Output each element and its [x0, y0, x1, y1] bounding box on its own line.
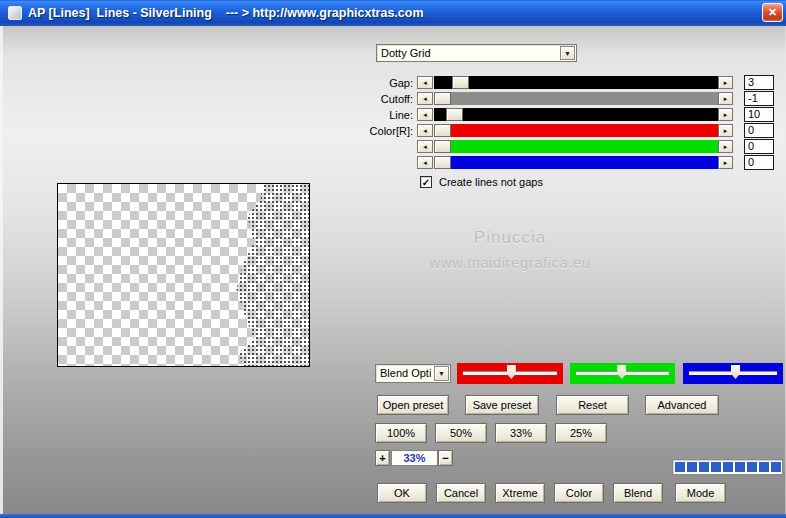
blend-channel-slider-blue[interactable]	[683, 363, 783, 384]
slider-value-input[interactable]: 0	[744, 155, 774, 170]
slider-decrement-button[interactable]: ◄	[417, 156, 433, 169]
progress-segment	[711, 462, 721, 472]
watermark-name: Pinuccia	[395, 228, 625, 248]
slider-label: Cutoff:	[355, 93, 413, 105]
zoom-50-button[interactable]: 50%	[435, 423, 487, 443]
slider-row-color-green: ◄ ► 0	[0, 140, 786, 155]
progress-segment	[771, 462, 781, 472]
right-arrow-icon: ►	[723, 96, 729, 102]
left-arrow-icon: ◄	[422, 128, 428, 134]
progress-segment	[675, 462, 685, 472]
watermark-url: www.maidiregrafica.eu	[395, 254, 625, 271]
xtreme-button[interactable]: Xtreme	[495, 483, 545, 503]
progress-segment	[759, 462, 769, 472]
slider-thumb[interactable]	[452, 76, 469, 89]
zoom-in-button[interactable]: +	[375, 450, 390, 466]
slider-value-input[interactable]: 0	[744, 123, 774, 138]
slider-track[interactable]	[434, 92, 718, 105]
slider-thumb[interactable]	[446, 108, 463, 121]
cancel-button[interactable]: Cancel	[436, 483, 486, 503]
slider-increment-button[interactable]: ►	[718, 76, 733, 89]
progress-segment	[735, 462, 745, 472]
progress-segment	[687, 462, 697, 472]
slider-increment-button[interactable]: ►	[718, 108, 733, 121]
slider-row-line: Line: ◄ ► 10	[0, 108, 786, 123]
right-arrow-icon: ►	[723, 128, 729, 134]
open-preset-button[interactable]: Open preset	[377, 395, 449, 415]
progress-segment	[699, 462, 709, 472]
slider-value-input[interactable]: 3	[744, 75, 774, 90]
blend-channel-slider-green[interactable]	[570, 363, 675, 384]
preset-dropdown-value: Dotty Grid	[381, 45, 431, 61]
slider-track[interactable]	[434, 124, 718, 137]
blend-channel-slider-red[interactable]	[457, 363, 563, 384]
slider-track[interactable]	[434, 76, 718, 89]
color-button[interactable]: Color	[554, 483, 604, 503]
channel-thumb[interactable]	[731, 365, 740, 379]
channel-thumb[interactable]	[617, 365, 626, 379]
blend-button[interactable]: Blend	[613, 483, 663, 503]
zoom-100-button[interactable]: 100%	[375, 423, 427, 443]
slider-row-color-blue: ◄ ► 0	[0, 156, 786, 171]
checkbox-label: Create lines not gaps	[439, 176, 543, 188]
slider-value-input[interactable]: 0	[744, 139, 774, 154]
slider-decrement-button[interactable]: ◄	[417, 76, 433, 89]
slider-decrement-button[interactable]: ◄	[417, 108, 433, 121]
save-preset-button[interactable]: Save preset	[465, 395, 539, 415]
preview-area[interactable]	[57, 183, 310, 367]
slider-thumb[interactable]	[434, 124, 451, 137]
blend-options-dropdown[interactable]: Blend Opti ▼	[375, 364, 451, 383]
slider-value-input[interactable]: -1	[744, 91, 774, 106]
chevron-down-icon[interactable]: ▼	[434, 366, 449, 381]
slider-decrement-button[interactable]: ◄	[417, 140, 433, 153]
slider-increment-button[interactable]: ►	[718, 156, 733, 169]
progress-bar	[672, 459, 783, 475]
create-lines-checkbox[interactable]: ✓	[420, 176, 432, 188]
left-arrow-icon: ◄	[422, 112, 428, 118]
advanced-button[interactable]: Advanced	[645, 395, 719, 415]
window-title: AP [Lines] Lines - SilverLining --- > ht…	[28, 0, 424, 26]
right-arrow-icon: ►	[723, 144, 729, 150]
left-arrow-icon: ◄	[422, 96, 428, 102]
slider-decrement-button[interactable]: ◄	[417, 92, 433, 105]
channel-thumb[interactable]	[507, 365, 516, 379]
slider-track[interactable]	[434, 108, 718, 121]
slider-increment-button[interactable]: ►	[718, 92, 733, 105]
ok-button[interactable]: OK	[377, 483, 427, 503]
slider-label: Color[R]:	[355, 125, 413, 137]
zoom-33-button[interactable]: 33%	[495, 423, 547, 443]
zoom-out-button[interactable]: −	[438, 450, 453, 466]
left-arrow-icon: ◄	[422, 160, 428, 166]
right-arrow-icon: ►	[723, 80, 729, 86]
app-icon	[8, 6, 22, 20]
plugin-dialog-window: AP [Lines] Lines - SilverLining --- > ht…	[0, 0, 786, 518]
title-bar: AP [Lines] Lines - SilverLining --- > ht…	[0, 0, 786, 26]
mode-button[interactable]: Mode	[675, 483, 726, 503]
slider-track[interactable]	[434, 140, 718, 153]
slider-label: Gap:	[355, 77, 413, 89]
slider-increment-button[interactable]: ►	[718, 140, 733, 153]
progress-segment	[723, 462, 733, 472]
reset-button[interactable]: Reset	[556, 395, 629, 415]
slider-increment-button[interactable]: ►	[718, 124, 733, 137]
slider-thumb[interactable]	[434, 92, 451, 105]
watermark: Pinuccia www.maidiregrafica.eu	[395, 228, 625, 271]
close-icon: ✕	[768, 6, 777, 18]
slider-thumb[interactable]	[434, 156, 451, 169]
close-button[interactable]: ✕	[762, 3, 783, 22]
slider-row-color-red: Color[R]: ◄ ► 0	[0, 124, 786, 139]
left-arrow-icon: ◄	[422, 144, 428, 150]
slider-value-input[interactable]: 10	[744, 107, 774, 122]
preset-dropdown[interactable]: Dotty Grid ▼	[376, 44, 577, 62]
zoom-25-button[interactable]: 25%	[555, 423, 607, 443]
slider-thumb[interactable]	[434, 140, 451, 153]
slider-row-gap: Gap: ◄ ► 3	[0, 76, 786, 91]
right-arrow-icon: ►	[723, 160, 729, 166]
slider-decrement-button[interactable]: ◄	[417, 124, 433, 137]
slider-track[interactable]	[434, 156, 718, 169]
slider-label: Line:	[355, 109, 413, 121]
zoom-level-display: 33%	[391, 450, 438, 466]
blend-dropdown-value: Blend Opti	[380, 365, 431, 382]
check-icon: ✓	[422, 177, 430, 188]
chevron-down-icon[interactable]: ▼	[560, 46, 575, 60]
